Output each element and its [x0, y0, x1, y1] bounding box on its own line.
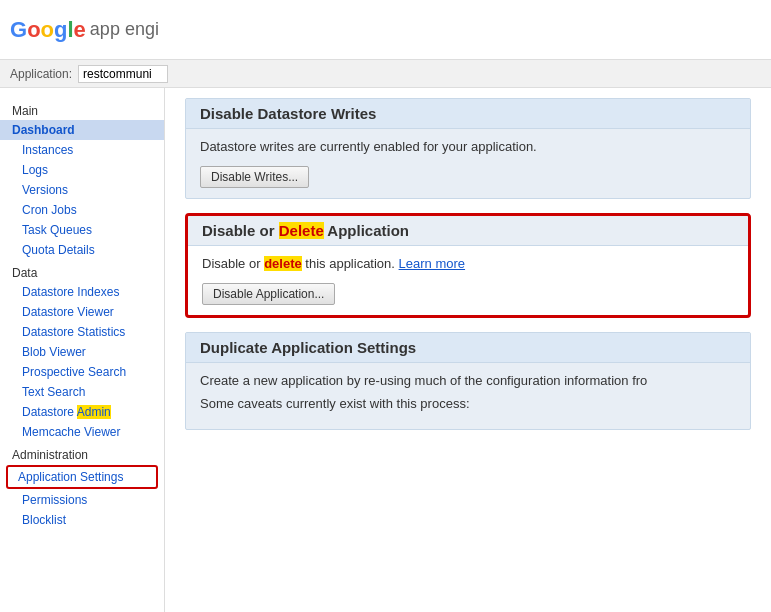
sidebar-item-task-queues[interactable]: Task Queues	[0, 220, 164, 240]
disable-writes-button[interactable]: Disable Writes...	[200, 166, 309, 188]
sidebar-item-instances[interactable]: Instances	[0, 140, 164, 160]
layout: Main Dashboard Instances Logs Versions C…	[0, 88, 771, 612]
sidebar-item-prospective-search[interactable]: Prospective Search	[0, 362, 164, 382]
sidebar-item-datastore-statistics[interactable]: Datastore Statistics	[0, 322, 164, 342]
main-content: Disable Datastore Writes Datastore write…	[165, 88, 771, 612]
disable-delete-application-section: Disable or Delete Application Disable or…	[185, 213, 751, 318]
sidebar-item-memcache-viewer[interactable]: Memcache Viewer	[0, 422, 164, 442]
sidebar-item-application-settings[interactable]: Application Settings	[6, 465, 158, 489]
disable-application-button[interactable]: Disable Application...	[202, 283, 335, 305]
sidebar-item-datastore-indexes[interactable]: Datastore Indexes	[0, 282, 164, 302]
desc-suffix: this application.	[302, 256, 395, 271]
disable-datastore-writes-body: Datastore writes are currently enabled f…	[186, 129, 750, 198]
sidebar-item-datastore-viewer[interactable]: Datastore Viewer	[0, 302, 164, 322]
title-suffix: Application	[324, 222, 409, 239]
sidebar-data-label: Data	[0, 260, 164, 282]
disable-datastore-writes-title: Disable Datastore Writes	[186, 99, 750, 129]
disable-delete-description: Disable or delete this application. Lear…	[202, 256, 734, 271]
duplicate-application-settings-section: Duplicate Application Settings Create a …	[185, 332, 751, 430]
application-select[interactable]	[78, 65, 168, 83]
sidebar-item-text-search[interactable]: Text Search	[0, 382, 164, 402]
title-delete-word: Delete	[279, 222, 324, 239]
app-bar: Application:	[0, 60, 771, 88]
logo-app-text: app engi	[90, 19, 159, 40]
desc-delete-word: delete	[264, 256, 302, 271]
sidebar-item-blocklist[interactable]: Blocklist	[0, 510, 164, 530]
disable-datastore-writes-section: Disable Datastore Writes Datastore write…	[185, 98, 751, 199]
sidebar-admin-label: Administration	[0, 442, 164, 464]
logo-google: Google	[10, 17, 86, 43]
sidebar-item-logs[interactable]: Logs	[0, 160, 164, 180]
learn-more-link[interactable]: Learn more	[399, 256, 465, 271]
logo-area: Google app engi	[10, 17, 159, 43]
duplicate-description-1: Create a new application by re-using muc…	[200, 373, 736, 388]
disable-datastore-writes-description: Datastore writes are currently enabled f…	[200, 139, 736, 154]
sidebar-item-datastore-admin[interactable]: Datastore Admin	[0, 402, 164, 422]
sidebar-item-cron-jobs[interactable]: Cron Jobs	[0, 200, 164, 220]
title-prefix: Disable or	[202, 222, 279, 239]
sidebar-item-blob-viewer[interactable]: Blob Viewer	[0, 342, 164, 362]
header: Google app engi	[0, 0, 771, 60]
disable-delete-application-title: Disable or Delete Application	[188, 216, 748, 246]
duplicate-application-settings-title: Duplicate Application Settings	[186, 333, 750, 363]
sidebar-item-quota-details[interactable]: Quota Details	[0, 240, 164, 260]
application-label: Application:	[10, 67, 72, 81]
sidebar-item-versions[interactable]: Versions	[0, 180, 164, 200]
sidebar-main-label: Main	[0, 98, 164, 120]
sidebar: Main Dashboard Instances Logs Versions C…	[0, 88, 165, 612]
sidebar-item-permissions[interactable]: Permissions	[0, 490, 164, 510]
disable-delete-application-body: Disable or delete this application. Lear…	[188, 246, 748, 315]
duplicate-application-settings-body: Create a new application by re-using muc…	[186, 363, 750, 429]
duplicate-description-2: Some caveats currently exist with this p…	[200, 396, 736, 411]
sidebar-item-dashboard[interactable]: Dashboard	[0, 120, 164, 140]
desc-prefix: Disable or	[202, 256, 264, 271]
